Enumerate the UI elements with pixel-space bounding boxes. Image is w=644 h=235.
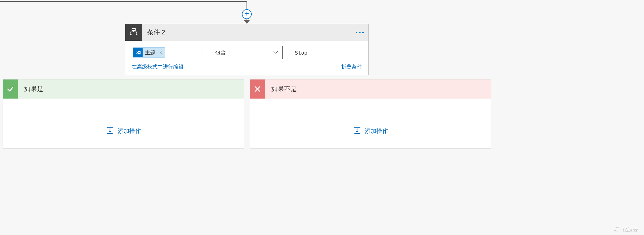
if-no-header: 如果不是 [250,79,491,99]
if-yes-header: 如果是 [3,79,244,99]
cross-icon [250,79,265,99]
plus-icon [244,11,249,17]
chevron-down-icon [273,50,278,55]
condition-header[interactable]: 条件 2 [125,24,368,41]
condition-body: 主题 × 包含 Stop 在高级模式中进行编辑 折叠条件 [125,41,368,75]
ellipsis-icon [362,32,364,33]
connector-arrow-icon [243,20,250,24]
outlook-icon [133,48,143,57]
ellipsis-icon [359,32,361,33]
cloud-icon [613,227,621,233]
condition-icon [125,24,142,41]
if-no-body: 添加操作 [250,99,491,148]
insert-action-icon [106,126,114,136]
dynamic-content-token: 主题 × [133,47,165,58]
insert-action-icon [353,126,361,136]
watermark-text: 亿速云 [623,226,638,233]
if-yes-body: 添加操作 [3,99,244,148]
condition-right-operand[interactable]: Stop [291,46,362,59]
if-no-title: 如果不是 [265,85,297,93]
add-step-button[interactable] [242,9,252,19]
edit-advanced-link[interactable]: 在高级模式中进行编辑 [132,63,184,70]
condition-links-row: 在高级模式中进行编辑 折叠条件 [132,63,362,70]
check-icon [3,79,18,99]
ellipsis-icon [356,32,357,33]
condition-expression-row: 主题 × 包含 Stop [132,46,362,59]
condition-menu-button[interactable] [356,24,364,41]
collapse-condition-link[interactable]: 折叠条件 [341,63,362,70]
svg-rect-0 [132,28,135,30]
token-remove-button[interactable]: × [158,50,163,56]
if-yes-title: 如果是 [18,85,43,93]
if-no-branch: 如果不是 添加操作 [250,79,491,149]
svg-rect-3 [135,51,138,54]
operator-label: 包含 [215,49,226,56]
condition-left-operand[interactable]: 主题 × [132,46,203,59]
add-action-button[interactable]: 添加操作 [106,126,141,136]
condition-operator-select[interactable]: 包含 [211,46,282,59]
add-action-label: 添加操作 [118,127,141,135]
if-yes-branch: 如果是 添加操作 [3,79,244,149]
condition-title: 条件 2 [142,28,165,37]
condition-card: 条件 2 主题 [125,24,369,75]
watermark: 亿速云 [613,226,638,233]
right-value-text: Stop [295,50,307,56]
add-action-label: 添加操作 [365,127,388,135]
token-label: 主题 [145,49,155,56]
connector-horizontal [0,1,247,2]
add-action-button[interactable]: 添加操作 [353,126,388,136]
